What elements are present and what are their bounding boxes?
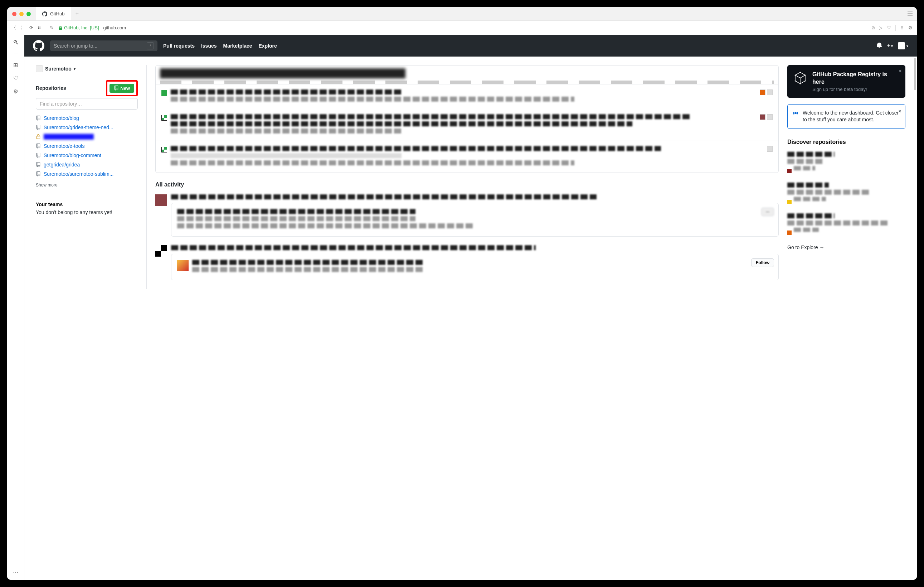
repo-item[interactable]: Suremotoo/blog-comment [36,152,138,158]
redacted-text [171,194,597,199]
repo-item[interactable]: getgridea/gridea [36,162,138,167]
repo-list: Suremotoo/blog Suremotoo/gridea-theme-ne… [36,115,138,177]
rail-heart-icon[interactable]: ♡ [13,75,18,82]
nav-issues[interactable]: Issues [201,43,217,49]
redacted-text [171,114,690,119]
svg-point-10 [795,75,796,76]
window-zoom-button[interactable] [26,12,31,16]
go-to-explore-link[interactable]: Go to Explore [787,245,825,250]
feed-item[interactable] [156,109,778,141]
window-minimize-button[interactable] [19,12,24,16]
redacted-repo-name [44,134,94,140]
mini-avatar-icon [767,146,773,152]
repo-item[interactable]: Suremotoo/gridea-theme-ned... [36,124,138,130]
package-registry-promo[interactable]: × GitHub Package Registry is here Sign u… [787,65,906,98]
nav-forward-button[interactable]: 〉 [20,25,25,31]
welcome-banner: × Welcome to the new dashboard. Get clos… [787,104,906,129]
redacted-text [794,228,819,232]
feed-status-icon [162,147,167,152]
nav-pull-requests[interactable]: Pull requests [163,43,195,49]
browser-tab[interactable]: GitHub [36,7,71,20]
notifications-icon[interactable] [876,42,882,50]
activity-avatar-icon[interactable] [155,194,167,206]
nav-explore[interactable]: Explore [258,43,277,49]
reload-button[interactable]: ⟳ [29,25,33,30]
github-tab-icon [42,12,47,17]
discover-item[interactable] [787,182,906,205]
close-icon[interactable]: × [899,68,902,74]
context-switcher[interactable]: Suremotoo ▾ [36,65,138,72]
repo-item[interactable]: Suremotoo/blog [36,115,138,121]
tab-title: GitHub [50,11,64,17]
package-icon [793,71,807,85]
rail-apps-icon[interactable]: ⊞ [13,61,18,68]
redacted-text [171,97,574,102]
redacted-text [171,121,632,126]
find-repo-input[interactable] [36,98,138,109]
context-avatar-icon [36,65,43,72]
svg-rect-0 [908,12,912,12]
discover-item[interactable] [787,213,906,235]
redacted-text [794,166,815,170]
repo-item[interactable]: Suremotoo/suremotoo-sublim... [36,171,138,177]
repo-item[interactable] [36,134,138,140]
site-permissions-icon[interactable]: 🔍︎ [50,25,54,30]
card-avatar-icon [177,260,188,271]
apps-icon[interactable]: ⠿ [38,25,40,30]
user-avatar-icon [898,42,905,50]
show-more-link[interactable]: Show more [36,182,138,188]
discover-section: Discover repositories [787,139,906,251]
nav-marketplace[interactable]: Marketplace [223,43,252,49]
rail-settings-icon[interactable]: ⚙︎ [13,88,18,95]
redacted-text [177,223,475,228]
share-icon[interactable]: ⇪ [900,25,904,30]
nav-back-button[interactable]: 〈 [12,25,16,31]
scrollbar-thumb[interactable] [914,58,916,90]
close-icon[interactable]: × [898,108,901,114]
repo-item[interactable]: Suremotoo/e-tools [36,143,138,149]
github-logo-icon[interactable] [33,40,45,51]
teams-empty-text: You don't belong to any teams yet! [36,209,138,215]
activity-card[interactable]: Follow [171,254,779,280]
favorite-icon[interactable]: ♡ [887,25,891,30]
user-menu[interactable]: ▾ [898,42,908,50]
teams-heading: Your teams [36,202,138,207]
new-tab-button[interactable]: + [71,7,82,20]
settings-icon[interactable]: ⚙︎ [908,25,912,30]
promo-subtitle: Sign up for the beta today! [812,87,900,92]
create-new-dropdown[interactable]: +▾ [887,43,893,49]
browser-side-rail: 🔍︎ ⊞ ♡ ⚙︎ ⋯ [7,35,24,580]
send-icon[interactable]: ▷ [879,25,883,30]
new-repo-button[interactable]: New [109,84,134,93]
discover-item[interactable] [787,152,906,174]
rail-more-icon[interactable]: ⋯ [13,569,18,575]
follow-button[interactable]: Follow [751,258,774,267]
feed-item[interactable] [156,84,778,109]
dashboard-feed: All activity ··· [155,65,779,289]
tab-overflow-icon[interactable] [903,11,917,17]
activity-card[interactable]: ··· [171,203,779,236]
url-toolbar: 〈 〉 ⟳ ⠿ 🔍︎ GitHub, Inc. [US] github.com … [7,21,917,35]
feed-panel [155,65,779,173]
redacted-text [171,245,536,250]
card-action-button[interactable]: ··· [761,208,774,216]
activity-item: ··· [155,194,779,236]
search-input[interactable] [54,43,147,49]
address-bar-url[interactable]: github.com [104,25,126,30]
ssl-indicator[interactable]: GitHub, Inc. [US] [58,25,99,30]
new-repo-label: New [120,86,130,91]
redacted-text [177,216,416,221]
window-close-button[interactable] [12,12,16,16]
svg-point-7 [805,81,806,82]
window-titlebar: GitHub + [7,7,917,21]
screenshot-icon[interactable]: ⎚ [872,25,874,30]
feed-item[interactable] [156,141,778,172]
rail-search-icon[interactable]: 🔍︎ [13,40,18,46]
all-activity-heading: All activity [155,182,779,188]
redacted-text [171,146,661,151]
github-search[interactable]: / [50,40,157,51]
broadcast-icon [793,110,799,116]
window-controls [7,12,36,16]
activity-avatar-icon[interactable] [155,245,167,256]
redacted-text [171,89,401,94]
